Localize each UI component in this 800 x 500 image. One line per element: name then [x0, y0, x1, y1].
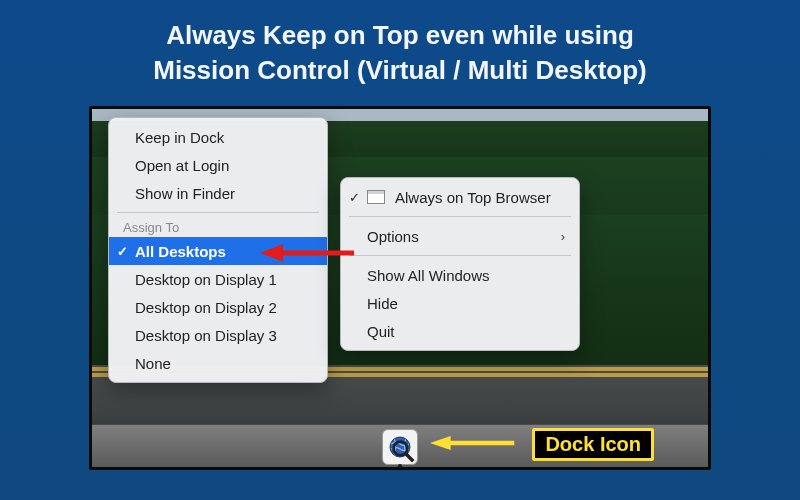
- menu-label: Show in Finder: [135, 185, 235, 202]
- assign-to-label: Assign To: [109, 218, 327, 237]
- menu-label: Options: [367, 228, 419, 245]
- dock-context-menu: ✓ Always on Top Browser Options › Show A…: [340, 177, 580, 351]
- menu-label: Desktop on Display 2: [135, 299, 277, 316]
- menu-label: Desktop on Display 1: [135, 271, 277, 288]
- menu-item-open-at-login[interactable]: Open at Login: [109, 151, 327, 179]
- svg-line-5: [406, 454, 414, 462]
- menu-item-show-all-windows[interactable]: Show All Windows: [341, 261, 579, 289]
- menu-item-desktop-display-3[interactable]: Desktop on Display 3: [109, 321, 327, 349]
- checkmark-icon: ✓: [117, 244, 128, 259]
- menu-separator: [117, 212, 319, 213]
- menu-label: Hide: [367, 295, 398, 312]
- assign-to-submenu: Keep in Dock Open at Login Show in Finde…: [108, 117, 328, 383]
- callout-label: Dock Icon: [545, 433, 641, 455]
- dock-icon-callout: Dock Icon: [532, 428, 654, 461]
- menu-item-desktop-display-2[interactable]: Desktop on Display 2: [109, 293, 327, 321]
- menu-label: Always on Top Browser: [395, 189, 551, 206]
- menu-separator: [349, 255, 571, 256]
- screenshot-frame: Keep in Dock Open at Login Show in Finde…: [89, 106, 711, 470]
- menu-item-all-desktops[interactable]: ✓ All Desktops: [109, 237, 327, 265]
- dock-icon[interactable]: [382, 429, 418, 465]
- menu-separator: [349, 216, 571, 217]
- menu-item-app-window[interactable]: ✓ Always on Top Browser: [341, 183, 579, 211]
- menu-item-keep-in-dock[interactable]: Keep in Dock: [109, 123, 327, 151]
- menu-item-hide[interactable]: Hide: [341, 289, 579, 317]
- menu-item-quit[interactable]: Quit: [341, 317, 579, 345]
- menu-label: Keep in Dock: [135, 129, 224, 146]
- menu-label: Show All Windows: [367, 267, 490, 284]
- menu-label: Desktop on Display 3: [135, 327, 277, 344]
- headline-line2: Mission Control (Virtual / Multi Desktop…: [153, 55, 647, 85]
- svg-point-4: [394, 442, 408, 456]
- menu-item-show-in-finder[interactable]: Show in Finder: [109, 179, 327, 207]
- running-indicator: [398, 464, 402, 468]
- menu-item-none[interactable]: None: [109, 349, 327, 377]
- menu-label: All Desktops: [135, 243, 226, 260]
- app-icon: [382, 429, 418, 465]
- chevron-right-icon: ›: [561, 229, 565, 244]
- headline: Always Keep on Top even while using Miss…: [0, 0, 800, 96]
- checkmark-icon: ✓: [349, 190, 360, 205]
- menu-item-options[interactable]: Options ›: [341, 222, 579, 250]
- menu-label: Open at Login: [135, 157, 229, 174]
- menu-label: None: [135, 355, 171, 372]
- menu-label: Quit: [367, 323, 395, 340]
- window-icon: [367, 190, 385, 204]
- magnifier-icon: [391, 439, 415, 463]
- menu-item-desktop-display-1[interactable]: Desktop on Display 1: [109, 265, 327, 293]
- headline-line1: Always Keep on Top even while using: [166, 20, 634, 50]
